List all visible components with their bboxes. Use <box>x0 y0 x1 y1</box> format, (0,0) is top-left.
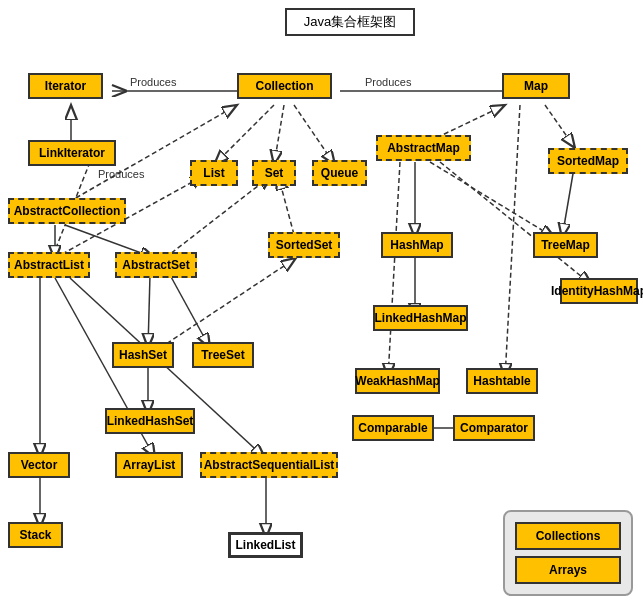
linked-hash-map-node: LinkedHashMap <box>373 305 468 331</box>
svg-line-23 <box>545 105 575 148</box>
produces1-label: Produces <box>130 76 176 88</box>
svg-line-2 <box>214 105 274 165</box>
diagram-container: Java集合框架图 Iterator Collection Map Produc… <box>0 0 643 611</box>
link-iterator-node: LinkIterator <box>28 140 116 166</box>
hash-set-node: HashSet <box>112 342 174 368</box>
svg-line-3 <box>274 105 284 165</box>
title-label: Java集合框架图 <box>304 13 396 31</box>
abstract-list-node: AbstractList <box>8 252 90 278</box>
hashtable-node: Hashtable <box>466 368 538 394</box>
identity-hash-map-node: IdentityHashMap <box>560 278 638 304</box>
tree-map-node: TreeMap <box>533 232 598 258</box>
produces2-label: Produces <box>365 76 411 88</box>
vector-node: Vector <box>8 452 70 478</box>
abstract-collection-node: AbstractCollection <box>8 198 126 224</box>
svg-line-30 <box>505 105 520 378</box>
iterator-node: Iterator <box>28 73 103 99</box>
abstract-set-node: AbstractSet <box>115 252 197 278</box>
collection-node: Collection <box>237 73 332 99</box>
abstract-map-node: AbstractMap <box>376 135 471 161</box>
weak-hash-map-node: WeakHashMap <box>355 368 440 394</box>
hash-map-node: HashMap <box>381 232 453 258</box>
list-node: List <box>190 160 238 186</box>
arrays-legend-node: Arrays <box>515 556 621 584</box>
svg-line-13 <box>148 275 150 348</box>
collections-legend-node: Collections <box>515 522 621 550</box>
comparator-node: Comparator <box>453 415 535 441</box>
sorted-map-node: SortedMap <box>548 148 628 174</box>
title-box: Java集合框架图 <box>285 8 415 36</box>
linked-list-node: LinkedList <box>228 532 303 558</box>
comparable-node: Comparable <box>352 415 434 441</box>
linked-hash-set-node: LinkedHashSet <box>105 408 195 434</box>
svg-line-14 <box>170 275 210 348</box>
svg-line-27 <box>440 162 592 285</box>
svg-line-25 <box>430 162 555 238</box>
svg-line-29 <box>388 162 400 378</box>
legend-box: Collections Arrays <box>503 510 633 596</box>
array-list-node: ArrayList <box>115 452 183 478</box>
tree-set-node: TreeSet <box>192 342 254 368</box>
produces3-label: Produces <box>98 168 144 180</box>
stack-node: Stack <box>8 522 63 548</box>
svg-line-4 <box>294 105 335 165</box>
sorted-set-node: SortedSet <box>268 232 340 258</box>
set-node: Set <box>252 160 296 186</box>
queue-node: Queue <box>312 160 367 186</box>
map-node: Map <box>502 73 570 99</box>
svg-line-11 <box>165 175 272 258</box>
abstract-sequential-list-node: AbstractSequentialList <box>200 452 338 478</box>
